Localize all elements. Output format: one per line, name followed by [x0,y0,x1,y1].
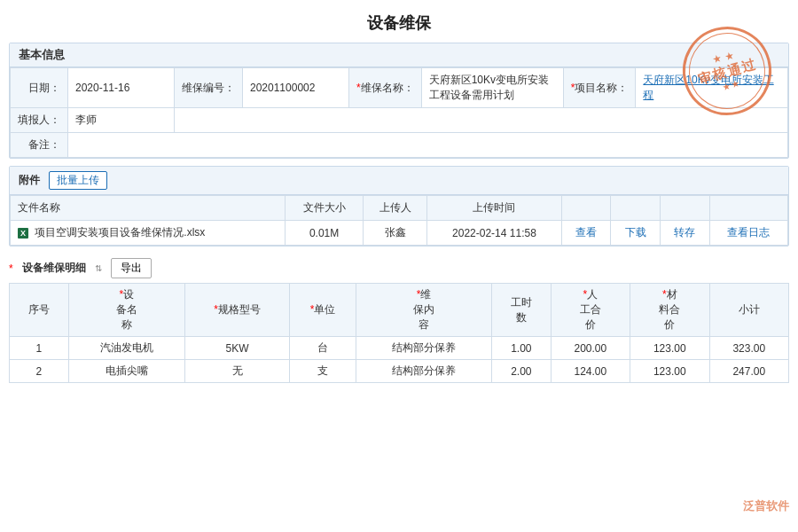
row-content: 结构部分保养 [356,337,492,360]
file-download-link[interactable]: 下载 [611,221,661,246]
row-material: 123.00 [630,337,709,360]
file-table: 文件名称 文件大小 上传人 上传时间 X 项目空调安装项目设备维保情况.xlsx… [10,195,788,246]
detail-row: 1 汽油发电机 5KW 台 结构部分保养 1.00 200.00 123.00 … [10,337,789,360]
file-view-link[interactable]: 查看 [561,221,611,246]
col-action1 [561,196,611,221]
table-row: 填报人： 李师 [11,108,788,133]
attachment-section: 附件 批量上传 文件名称 文件大小 上传人 上传时间 X 项目空调安装项目设备维… [9,166,789,246]
row-hours: 1.00 [492,337,552,360]
file-upload-time: 2022-02-14 11:58 [427,221,562,246]
col-labor: *人工合价 [551,284,630,337]
col-action2 [611,196,661,221]
col-unit: *单位 [290,284,356,337]
file-log-link[interactable]: 查看日志 [709,221,787,246]
file-save-link[interactable]: 转存 [661,221,710,246]
file-uploader: 张鑫 [364,221,427,246]
row-labor: 124.00 [551,360,630,383]
row-material: 123.00 [630,360,709,383]
col-subtotal: 小计 [709,284,789,337]
project-value[interactable]: 天府新区10Kv变电所安装工程 [636,68,788,108]
date-label: 日期： [11,68,68,108]
row-content: 结构部分保养 [356,360,492,383]
row-device: 电插尖嘴 [68,360,184,383]
col-uploader: 上传人 [364,196,427,221]
file-table-header-row: 文件名称 文件大小 上传人 上传时间 [11,196,788,221]
detail-section: * 设备维保明细 ⇅ 导出 序号 *设备名称 *规格型号 *单位 *维保内容 工… [9,254,789,383]
reporter-label: 填报人： [11,108,68,133]
col-device: *设备名称 [68,284,184,337]
row-no: 1 [10,337,69,360]
basic-info-table: 日期： 2020-11-16 维保编号： 20201100002 *维保名称： … [10,67,788,158]
detail-header: * 设备维保明细 ⇅ 导出 [9,254,789,283]
batch-upload-button[interactable]: 批量上传 [49,171,107,190]
basic-info-section: 基本信息 日期： 2020-11-16 维保编号： 20201100002 *维… [9,43,789,159]
col-material: *材料合价 [630,284,709,337]
code-label: 维保编号： [175,68,243,108]
col-no: 序号 [10,284,69,337]
file-icon: X [18,228,28,239]
detail-table: 序号 *设备名称 *规格型号 *单位 *维保内容 工时数 *人工合价 *材料合价… [9,283,789,383]
row-no: 2 [10,360,69,383]
note-label: 备注： [11,133,68,158]
row-unit: 台 [290,337,356,360]
note-value [68,133,788,158]
col-filesize: 文件大小 [285,196,363,221]
file-size: 0.01M [285,221,363,246]
row-spec: 5KW [184,337,289,360]
basic-info-header: 基本信息 [10,43,788,67]
sort-icon: ⇅ [95,263,102,273]
col-content: *维保内容 [356,284,492,337]
file-row: X 项目空调安装项目设备维保情况.xlsx 0.01M 张鑫 2022-02-1… [11,221,788,246]
code-value: 20201100002 [243,68,349,108]
name-value: 天府新区10Kv变电所安装工程设备需用计划 [421,68,563,108]
row-subtotal: 247.00 [709,360,789,383]
detail-title: 设备维保明细 [22,261,86,276]
row-hours: 2.00 [492,360,552,383]
detail-header-row: 序号 *设备名称 *规格型号 *单位 *维保内容 工时数 *人工合价 *材料合价… [10,284,789,337]
date-value: 2020-11-16 [68,68,175,108]
attachment-label: 附件 [19,173,40,188]
export-button[interactable]: 导出 [111,258,152,278]
watermark-logo: 泛普软件 [743,498,789,514]
row-device: 汽油发电机 [68,337,184,360]
project-label: *项目名称： [563,68,636,108]
row-subtotal: 323.00 [709,337,789,360]
col-spec: *规格型号 [184,284,289,337]
col-hours: 工时数 [492,284,552,337]
reporter-value: 李师 [68,108,175,133]
col-filename: 文件名称 [11,196,286,221]
col-action3 [661,196,710,221]
attachment-header: 附件 批量上传 [10,167,788,195]
table-row: 日期： 2020-11-16 维保编号： 20201100002 *维保名称： … [11,68,788,108]
page-title: 设备维保 [0,0,798,43]
row-spec: 无 [184,360,289,383]
col-action4 [709,196,787,221]
file-name-cell: X 项目空调安装项目设备维保情况.xlsx [11,221,286,246]
row-labor: 200.00 [551,337,630,360]
row-unit: 支 [290,360,356,383]
file-name: 项目空调安装项目设备维保情况.xlsx [35,226,205,239]
col-uploadtime: 上传时间 [427,196,562,221]
name-label: *维保名称： [349,68,422,108]
detail-row: 2 电插尖嘴 无 支 结构部分保养 2.00 124.00 123.00 247… [10,360,789,383]
table-row: 备注： [11,133,788,158]
